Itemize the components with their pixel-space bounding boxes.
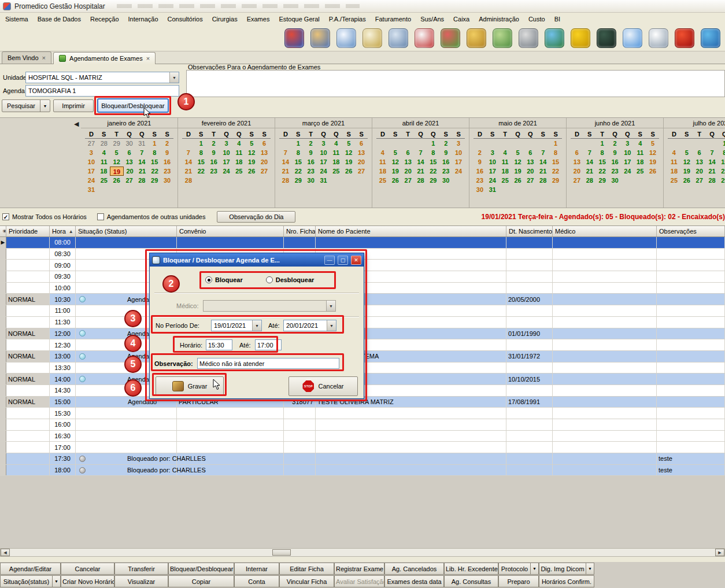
calendar-day[interactable]: 8 <box>427 148 439 157</box>
calendar-day[interactable]: 3 <box>220 139 233 148</box>
menu-faturamento[interactable]: Faturamento <box>371 14 415 24</box>
calendar-day[interactable]: 25 <box>499 176 512 185</box>
calendar-day[interactable]: 29 <box>427 176 439 185</box>
calendar-day[interactable]: 16 <box>609 157 622 167</box>
calendar-day[interactable]: 27 <box>85 139 98 148</box>
pesquisar-button[interactable]: Pesquisar ▼ <box>2 99 50 112</box>
calendar-day[interactable]: 15 <box>718 157 725 167</box>
horizontal-scrollbar[interactable]: ◀ ▶ <box>0 548 725 557</box>
calendar-day[interactable]: 7 <box>182 148 195 157</box>
calendar-day[interactable]: 13 <box>524 157 537 167</box>
calendar-day[interactable]: 5 <box>110 148 123 157</box>
calendar-day[interactable]: 16 <box>208 157 220 167</box>
patients-group-icon[interactable] <box>310 28 330 48</box>
calendar-day[interactable]: 23 <box>208 167 220 176</box>
dig-img-dicom-button[interactable]: Dig. Img Dicom▼ <box>539 563 594 575</box>
calendar-day[interactable]: 25 <box>98 176 110 185</box>
calendar-day[interactable]: 28 <box>706 176 719 185</box>
calendar-day[interactable]: 10 <box>621 148 634 157</box>
calendar-day[interactable]: 23 <box>305 167 317 176</box>
calendar-day[interactable]: 14 <box>706 157 719 167</box>
calendar-day[interactable]: 12 <box>646 148 659 157</box>
calendar-prev-icon[interactable]: ◀ <box>74 120 79 128</box>
calendar-day[interactable]: 22 <box>195 167 208 176</box>
table-row[interactable]: 18:00Bloqueado por: CHARLLESteste <box>0 465 725 476</box>
calendar-day[interactable]: 1 <box>549 139 562 148</box>
tab-close-icon[interactable]: × <box>42 55 46 61</box>
observacao-do-dia-button[interactable]: Observação do Dia <box>217 211 295 223</box>
calendar-day[interactable]: 16 <box>474 167 486 176</box>
calendar-day[interactable]: 26 <box>646 167 659 176</box>
power-exit-icon[interactable] <box>675 28 694 48</box>
calendar-day[interactable]: 23 <box>609 167 622 176</box>
ambulance-icon[interactable] <box>415 28 434 48</box>
agendar-editar-button[interactable]: Agendar/Editar <box>0 563 61 575</box>
scroll-right-icon[interactable]: ▶ <box>715 549 724 556</box>
calendar-day[interactable]: 2 <box>609 139 622 148</box>
calendar-day[interactable]: 26 <box>680 176 693 185</box>
calendar-day[interactable]: 25 <box>668 176 680 185</box>
calendar-day[interactable]: 13 <box>123 157 136 167</box>
menu-sus-ans[interactable]: Sus/Ans <box>416 14 448 24</box>
calendar-day[interactable]: 22 <box>292 167 305 176</box>
exames-desta-data-button[interactable]: Exames desta data <box>384 575 444 587</box>
calendar-day[interactable]: 23 <box>161 167 173 176</box>
calendar-day[interactable]: 14 <box>135 157 148 167</box>
menu-administra-o[interactable]: Administração <box>475 14 523 24</box>
tab-agendamento-exames[interactable]: Agendamento de Exames × <box>53 52 156 64</box>
calendar-day[interactable]: 10 <box>220 148 233 157</box>
calendar-day[interactable]: 26 <box>512 176 524 185</box>
calendar-day[interactable]: 27 <box>571 176 583 185</box>
tab-close-icon[interactable]: × <box>146 56 150 62</box>
calendar-day[interactable]: 12 <box>342 148 355 157</box>
chat-icon[interactable] <box>623 28 642 48</box>
calendar-day[interactable]: 28 <box>182 176 195 185</box>
editar-ficha-button[interactable]: Editar Ficha <box>279 563 334 575</box>
protocolo-button[interactable]: Protocolo▼ <box>498 563 539 575</box>
calendar-day[interactable]: 3 <box>486 148 499 157</box>
calendar-day[interactable]: 17 <box>317 157 330 167</box>
calendar-day[interactable]: 6 <box>258 139 271 148</box>
e-logo-icon[interactable] <box>701 28 720 48</box>
calendar-day[interactable]: 28 <box>415 176 427 185</box>
calendar-day[interactable]: 1 <box>596 139 609 148</box>
calendar-day[interactable]: 22 <box>549 167 562 176</box>
calendar-day[interactable]: 19 <box>512 167 524 176</box>
column-header-conv-nio[interactable]: Convênio <box>177 226 284 236</box>
calendar-day[interactable]: 9 <box>439 148 452 157</box>
calendar-day[interactable]: 11 <box>330 148 342 157</box>
calendar-day[interactable]: 21 <box>182 167 195 176</box>
calendar-day[interactable]: 20 <box>124 167 136 176</box>
chevron-down-icon[interactable]: ▼ <box>169 72 179 83</box>
calendar-day[interactable]: 5 <box>680 148 693 157</box>
calendar-day[interactable]: 16 <box>305 157 317 167</box>
checkbox-mostrar-horarios[interactable]: ✓ Mostrar Todos os Horários <box>2 213 87 220</box>
calendar-day[interactable]: 25 <box>376 176 389 185</box>
calendar-day[interactable]: 12 <box>110 157 123 167</box>
calendar-day[interactable]: 8 <box>292 148 305 157</box>
menu-bi[interactable]: BI <box>550 14 564 24</box>
calendar-day[interactable]: 13 <box>258 148 271 157</box>
calendar-day[interactable]: 17 <box>621 157 634 167</box>
calendar-day[interactable]: 27 <box>123 176 136 185</box>
copiar-button[interactable]: Copiar <box>168 575 234 587</box>
calendar-day[interactable]: 3 <box>452 139 465 148</box>
calendar-day[interactable]: 2 <box>208 139 220 148</box>
menu-p-a-terapias[interactable]: P.A./Terapias <box>325 14 370 24</box>
calendar-day[interactable]: 5 <box>245 139 258 148</box>
calendar-day[interactable]: 5 <box>646 139 659 148</box>
calendar-day[interactable]: 2 <box>305 139 317 148</box>
calendar-day[interactable]: 29 <box>148 176 161 185</box>
menu-recep-o[interactable]: Recepção <box>86 14 123 24</box>
observacoes-textarea[interactable] <box>186 70 725 97</box>
calendar-day[interactable]: 13 <box>571 157 583 167</box>
calendar-day[interactable]: 20 <box>258 157 271 167</box>
calendar-day[interactable]: 19 <box>646 157 659 167</box>
calendar-day[interactable]: 21 <box>706 167 719 176</box>
calendar-day[interactable]: 1 <box>292 139 305 148</box>
calendar-day[interactable]: 31 <box>486 185 499 194</box>
calendar-day[interactable]: 6 <box>402 148 415 157</box>
calendar-day[interactable]: 13 <box>693 157 706 167</box>
calendar-day[interactable]: 15 <box>292 157 305 167</box>
calendar-day[interactable]: 12 <box>512 157 524 167</box>
